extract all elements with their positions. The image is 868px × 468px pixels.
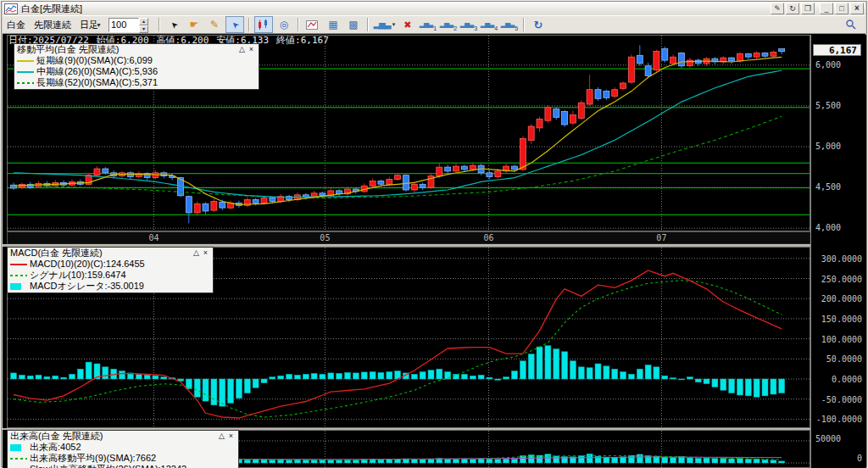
bar-count-stepper[interactable]: ▴ ▾ <box>139 18 148 32</box>
legend-row: Slow出来高移動平均(26)(SMA):12242 <box>8 464 237 468</box>
ma-legend[interactable]: 移動平均(白金 先限連続)△×短期線(9)(0)(SMA)(C):6,099中期… <box>14 43 259 90</box>
new-chart-panel-button[interactable] <box>303 16 322 33</box>
pen-icon[interactable]: ✎ <box>771 3 784 14</box>
legend-row: MACD(10)(20)(C):124.6455 <box>8 259 212 270</box>
month-label: 06 <box>481 233 497 242</box>
copy-icon[interactable]: ❐ <box>801 3 815 14</box>
legend-title: 移動平均(白金 先限連続) <box>17 44 225 55</box>
titlebar[interactable]: 白金[先限連続] ✎ ↻ ❐ _ □ × <box>3 2 865 15</box>
legend-row: シグナル(10):159.6474 <box>8 270 212 281</box>
crosshair-cursor-icon: ➤ <box>229 19 241 31</box>
legend-label: シグナル(10):159.6474 <box>30 270 126 281</box>
legend-label: MACD(10)(20)(C):124.6455 <box>30 259 145 270</box>
mini-chart-icon: ▂▅▃ <box>501 21 514 28</box>
legend-label: 長期線(52)(0)(SMA)(C):5,371 <box>36 77 158 88</box>
legend-title: MACD(白金 先限連続) <box>10 248 180 259</box>
legend-swatch <box>10 458 27 460</box>
legend-swatch <box>10 444 21 451</box>
toolbar-separator <box>523 18 525 31</box>
study-1-button[interactable]: ▂▅▃1 <box>419 16 437 33</box>
macd-tick: 300.0000 <box>821 254 862 264</box>
price-tick: 5,000 <box>815 142 841 151</box>
minimize-button[interactable]: _ <box>820 3 833 14</box>
select-tool-button[interactable]: ➤ <box>164 16 183 33</box>
draw-tool-button[interactable]: ✎ <box>205 16 224 33</box>
last-price-badge: 6,167 <box>813 44 861 56</box>
mini-chart-icon: ▂▅▃ <box>420 21 432 28</box>
compass-icon: ◎ <box>280 19 288 31</box>
pencil-icon: ✎ <box>210 19 219 31</box>
study-2-button[interactable]: ▂▅▃2 <box>439 16 458 33</box>
instrument-label[interactable]: 白金 <box>7 19 25 31</box>
month-label: 05 <box>317 233 332 242</box>
legend-label: MACDオシレータ:-35.0019 <box>30 281 144 292</box>
dense-grid-view-button[interactable]: ▩ <box>344 16 363 33</box>
volume-tick: 50000 <box>815 434 841 443</box>
legend-close-button[interactable]: × <box>201 248 210 259</box>
dense-grid-icon: ▩ <box>348 19 358 31</box>
legend-label: 出来高:4052 <box>30 442 81 453</box>
dropdown-caret-icon: ▼ <box>392 22 397 27</box>
study-number: 5 <box>515 25 518 32</box>
legend-row: 出来高移動平均(9)(SMA):7662 <box>8 453 237 464</box>
grid-icon: ▦ <box>328 19 337 31</box>
chart-window-icon <box>4 3 18 14</box>
legend-row: 中期線(26)(0)(SMA)(C):5,936 <box>15 66 258 77</box>
legend-row: 出来高:4052 <box>8 442 237 453</box>
study-4-button[interactable]: ▂▅▃4 <box>480 16 498 33</box>
bar-count-input[interactable]: 100 <box>108 18 139 32</box>
month-label: 04 <box>147 233 162 242</box>
legend-collapse-button[interactable]: △ <box>237 44 247 55</box>
study-number: 1 <box>433 25 437 32</box>
legend-close-button[interactable]: × <box>247 44 256 55</box>
legend-title: 出来高(白金 先限連続) <box>10 431 205 442</box>
refresh-button[interactable]: ↻ <box>529 16 548 33</box>
spin-down-icon[interactable]: ▾ <box>139 25 148 33</box>
legend-row: MACDオシレータ:-35.0019 <box>8 281 212 292</box>
macd-tick: 0.0000 <box>832 375 862 384</box>
spin-up-icon[interactable]: ▴ <box>139 18 148 25</box>
maximize-button[interactable]: □ <box>835 3 849 14</box>
macd-tick: 250.0000 <box>821 275 862 284</box>
legend-close-button[interactable]: × <box>226 431 236 442</box>
toolbar-separator <box>159 18 160 31</box>
macd-tick: 150.0000 <box>821 315 862 324</box>
compass-tool-button[interactable]: ◎ <box>275 16 293 33</box>
price-tick: 4,000 <box>815 223 841 232</box>
study-5-button[interactable]: ▂▅▃5 <box>500 16 519 33</box>
candle-settings-button[interactable] <box>254 16 273 33</box>
legend-swatch <box>10 275 27 276</box>
study-3-button[interactable]: ▂▅▃3 <box>459 16 478 33</box>
close-button[interactable]: × <box>850 3 864 14</box>
legend-swatch <box>17 82 34 84</box>
macd-tick: -50.0000 <box>821 395 862 404</box>
pan-tool-button[interactable]: ☛ <box>185 16 203 33</box>
indicator-dropdown-button[interactable]: ▂▅▃ ▼ <box>373 16 397 33</box>
crosshair-tool-button[interactable]: ➤ <box>225 16 244 33</box>
timeframe-dropdown-icon[interactable]: ▼ <box>96 22 102 28</box>
candlestick-icon <box>257 19 270 31</box>
remove-indicator-button[interactable]: ✖ <box>398 16 417 33</box>
price-axis: 6,167 6,0005,5005,0004,5004,000300.00002… <box>810 35 866 468</box>
mini-chart-icon: ▂▅▃ <box>440 21 453 28</box>
legend-row: 短期線(9)(0)(SMA)(C):6,099 <box>15 55 258 66</box>
rotate-icon[interactable]: ↻ <box>786 3 799 14</box>
price-tick: 6,000 <box>815 60 841 70</box>
grid-view-button[interactable]: ▦ <box>324 16 342 33</box>
macd-tick: 200.0000 <box>821 294 862 304</box>
study-number: 4 <box>494 25 498 32</box>
volume-legend[interactable]: 出来高(白金 先限連続)△×出来高:4052出来高移動平均(9)(SMA):76… <box>7 430 239 468</box>
legend-swatch <box>17 71 34 73</box>
toolbar-separator <box>248 18 250 31</box>
legend-collapse-button[interactable]: △ <box>192 248 201 259</box>
x-axis: 04050607 <box>7 231 810 244</box>
zoom-search-button[interactable] <box>842 16 860 33</box>
contract-label[interactable]: 先限連続 <box>34 19 71 31</box>
toolbar: 白金 先限連続 日足 ▼ 100 ▴ ▾ ➤ ☛ ✎ ➤ ◎ ▦ ▩ ▂▅▃ ▼… <box>3 15 865 34</box>
legend-collapse-button[interactable]: △ <box>217 431 226 442</box>
window-title: 白金[先限連続] <box>21 3 82 15</box>
legend-label: 中期線(26)(0)(SMA)(C):5,936 <box>36 66 158 77</box>
legend-label: Slow出来高移動平均(26)(SMA):12242 <box>30 464 186 468</box>
macd-legend[interactable]: MACD(白金 先限連続)△×MACD(10)(20)(C):124.6455シ… <box>7 247 214 293</box>
study-number: 2 <box>453 25 457 32</box>
